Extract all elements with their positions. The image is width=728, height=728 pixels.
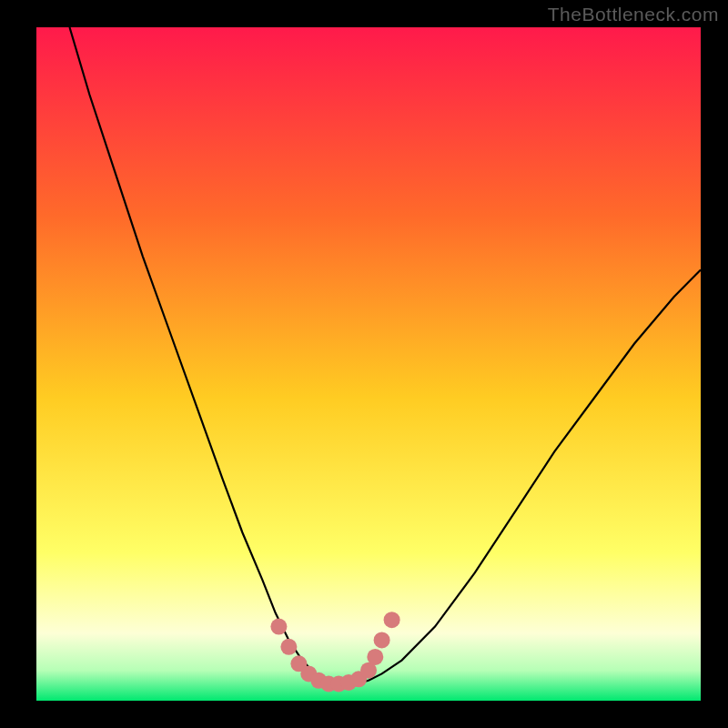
highlight-dot bbox=[384, 612, 400, 628]
watermark-text: TheBottleneck.com bbox=[548, 4, 719, 25]
highlight-dot bbox=[280, 639, 297, 655]
bottleneck-chart bbox=[0, 0, 728, 728]
highlight-dot bbox=[367, 649, 383, 665]
plot-area bbox=[36, 27, 701, 701]
highlight-dot bbox=[270, 619, 287, 635]
highlight-dot bbox=[374, 632, 390, 648]
